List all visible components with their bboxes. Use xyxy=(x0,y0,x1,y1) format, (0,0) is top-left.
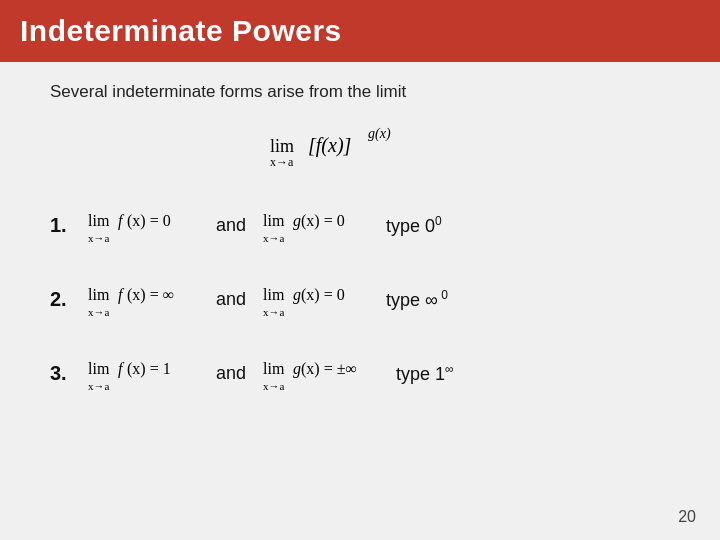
svg-text:g: g xyxy=(293,286,301,304)
row-2-number: 2. xyxy=(50,288,86,311)
slide-title: Indeterminate Powers xyxy=(20,14,342,48)
svg-text:lim: lim xyxy=(88,360,110,377)
row3-lim1-svg: lim x→a f (x) = 1 xyxy=(86,350,201,396)
svg-text:f: f xyxy=(118,212,125,230)
svg-text:lim: lim xyxy=(263,360,285,377)
svg-text:lim: lim xyxy=(263,212,285,229)
rows-container: 1. lim x→a f (x) = 0 and lim x→a g (x) =… xyxy=(50,199,670,399)
svg-text:(x) = ∞: (x) = ∞ xyxy=(127,286,174,304)
row3-lim2-svg: lim x→a g (x) = ±∞ xyxy=(261,350,386,396)
svg-text:(x) = ±∞: (x) = ±∞ xyxy=(301,360,357,378)
svg-text:(x) = 0: (x) = 0 xyxy=(301,286,345,304)
svg-text:lim: lim xyxy=(270,136,294,156)
row1-lim1-svg: lim x→a f (x) = 0 xyxy=(86,202,201,248)
main-formula: lim x→a [f(x)] g(x) xyxy=(50,120,670,179)
svg-text:x→a: x→a xyxy=(270,155,294,169)
title-bar: Indeterminate Powers xyxy=(0,0,720,62)
svg-text:g: g xyxy=(293,360,301,378)
svg-text:(x) = 1: (x) = 1 xyxy=(127,360,171,378)
svg-text:g(x): g(x) xyxy=(368,126,391,142)
row-2: 2. lim x→a f (x) = ∞ and lim x→a g (x) =… xyxy=(50,273,670,325)
svg-text:lim: lim xyxy=(263,286,285,303)
row-1-type: type 00 xyxy=(386,214,442,237)
row-3-type: type 1∞ xyxy=(396,362,454,385)
svg-text:lim: lim xyxy=(88,212,110,229)
row-2-and: and xyxy=(201,289,261,310)
svg-text:f: f xyxy=(118,286,125,304)
row-2-type: type ∞ 0 xyxy=(386,288,448,311)
svg-text:(x) = 0: (x) = 0 xyxy=(127,212,171,230)
row-3-number: 3. xyxy=(50,362,86,385)
content-area: Several indeterminate forms arise from t… xyxy=(0,62,720,431)
row-1-number: 1. xyxy=(50,214,86,237)
subtitle-text: Several indeterminate forms arise from t… xyxy=(50,82,670,102)
svg-text:x→a: x→a xyxy=(88,232,110,244)
svg-text:x→a: x→a xyxy=(263,306,285,318)
svg-text:(x) = 0: (x) = 0 xyxy=(301,212,345,230)
svg-text:lim: lim xyxy=(88,286,110,303)
row-3: 3. lim x→a f (x) = 1 and lim x→a g (x) =… xyxy=(50,347,670,399)
row1-lim2-svg: lim x→a g (x) = 0 xyxy=(261,202,376,248)
row-1-and: and xyxy=(201,215,261,236)
page-number: 20 xyxy=(678,508,696,526)
row2-lim1-svg: lim x→a f (x) = ∞ xyxy=(86,276,201,322)
main-formula-svg: lim x→a [f(x)] g(x) xyxy=(260,120,460,175)
svg-text:x→a: x→a xyxy=(263,380,285,392)
svg-text:[f(x)]: [f(x)] xyxy=(308,134,351,157)
svg-text:x→a: x→a xyxy=(88,306,110,318)
row-3-and: and xyxy=(201,363,261,384)
svg-text:x→a: x→a xyxy=(263,232,285,244)
slide: Indeterminate Powers Several indetermina… xyxy=(0,0,720,540)
svg-text:f: f xyxy=(118,360,125,378)
svg-text:g: g xyxy=(293,212,301,230)
svg-text:x→a: x→a xyxy=(88,380,110,392)
row2-lim2-svg: lim x→a g (x) = 0 xyxy=(261,276,376,322)
row-1: 1. lim x→a f (x) = 0 and lim x→a g (x) =… xyxy=(50,199,670,251)
